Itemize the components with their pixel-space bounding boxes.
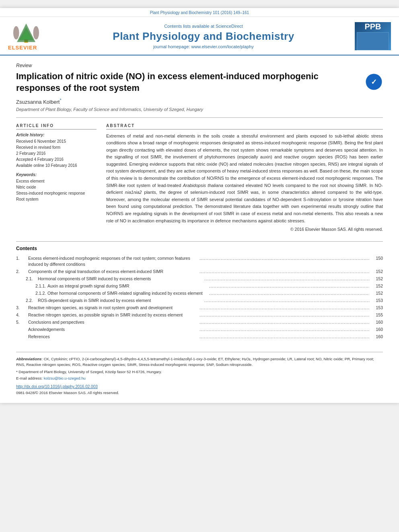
toc-num-5: 5.: [16, 319, 28, 325]
toc-dots-5: [200, 319, 369, 325]
toc-entry-3: 3. Reactive nitrogen species, as signals…: [16, 305, 383, 311]
keywords-group: Keywords: Excess element Nitric oxide St…: [16, 173, 97, 202]
abstract-col: ABSTRACT Extremes of metal and non-metal…: [106, 123, 383, 232]
journal-center: Contents lists available at ScienceDirec…: [52, 24, 355, 49]
toc-label-ack: Acknowledgements: [28, 327, 198, 333]
journal-header: ELSEVIER Contents lists available at Sci…: [0, 17, 399, 55]
toc-page-5: 160: [371, 319, 383, 325]
toc-entry-ack: Acknowledgements 160: [16, 327, 383, 333]
toc-entry-2-1-1: 2.1.1. Auxin as integral growth signal d…: [16, 283, 383, 289]
toc-dots-2-2: [204, 298, 369, 304]
article-page: Plant Physiology and Biochemistry 101 (2…: [0, 8, 399, 403]
toc-num-2-1: 2.1.: [26, 276, 38, 282]
article-title: Implication of nitric oxide (NO) in exce…: [16, 71, 346, 94]
toc-entry-1: 1. Excess element-induced morphogenic re…: [16, 255, 383, 267]
keyword-3: Stress-induced morphogenic response: [16, 190, 97, 196]
toc-entry-4: 4. Reactive nitrogen species, as possibl…: [16, 312, 383, 318]
svg-point-5: [33, 26, 39, 39]
email-label: E-mail address:: [16, 376, 44, 380]
two-col-layout: ARTICLE INFO Article history: Received 6…: [16, 123, 383, 232]
toc-num-2-1-2: 2.1.2.: [35, 290, 47, 296]
toc-page-2-2: 153: [371, 298, 383, 304]
toc-entry-2-2: 2.2. ROS-dependent signals in SIMR induc…: [16, 298, 383, 304]
issn-text: 0981-9428/© 2016 Elsevier Masson SAS. Al…: [16, 390, 383, 395]
toc-num-2: 2.: [16, 269, 28, 275]
journal-ref-text: Plant Physiology and Biochemistry 101 (2…: [150, 10, 249, 15]
available-date: Available online 10 February 2016: [16, 162, 97, 168]
toc-num-ref: [16, 334, 28, 340]
ppb-image: [357, 32, 389, 50]
toc-label-2-1: Hormonal components of SIMR induced by e…: [38, 276, 203, 282]
email-address[interactable]: kolzsu@bio.u-szeged.hu: [44, 376, 86, 380]
abstract-text: Extremes of metal and non-metal elements…: [106, 133, 383, 225]
sciencedirect-prefix: Contents lists available at: [164, 24, 216, 29]
abbreviations-label: Abbreviations: [16, 357, 41, 361]
toc-num-3: 3.: [16, 305, 28, 311]
article-info-header: ARTICLE INFO: [16, 123, 97, 129]
toc-entry-5: 5. Conclusions and perspectives 160: [16, 319, 383, 325]
keywords-label: Keywords:: [16, 173, 97, 177]
toc-num-ack: [16, 327, 28, 333]
toc-entry-2-1: 2.1. Hormonal components of SIMR induced…: [16, 276, 383, 282]
svg-point-4: [13, 26, 19, 39]
toc-page-ack: 160: [371, 327, 383, 333]
toc-dots-2-1-1: [209, 283, 369, 289]
footnote-star: * Department of Plant Biology, Universit…: [16, 370, 383, 374]
revised-date: 2 February 2016: [16, 150, 97, 156]
elsevier-tree-icon: [8, 22, 44, 44]
accepted-date: Accepted 4 February 2016: [16, 156, 97, 162]
toc-dots-ref: [200, 334, 369, 340]
toc-entry-ref: References 160: [16, 334, 383, 340]
toc-num-4: 4.: [16, 312, 28, 318]
toc-label-2-2: ROS-dependent signals in SIMR induced by…: [38, 298, 203, 304]
toc-page-2-1: 152: [371, 276, 383, 282]
abstract-header: ABSTRACT: [106, 123, 383, 129]
toc-label-2: Components of the signal transduction of…: [28, 269, 198, 275]
toc-label-ref: References: [28, 334, 198, 340]
author-name: Zsuzsanna Kolbert*: [16, 98, 383, 105]
toc-dots-3: [200, 305, 369, 311]
ppb-text: PPB: [364, 22, 381, 31]
toc-page-1: 150: [371, 255, 383, 267]
author-sup: *: [60, 98, 61, 103]
journal-homepage: journal homepage: www.elsevier.com/locat…: [52, 44, 355, 49]
toc-num-2-2: 2.2.: [26, 298, 38, 304]
toc-dots-2: [200, 269, 369, 275]
toc-num-2-1-1: 2.1.1.: [35, 283, 47, 289]
history-label: Article history:: [16, 133, 97, 137]
toc-page-3: 153: [371, 305, 383, 311]
toc-dots-ack: [200, 327, 369, 333]
footer-section: Abbreviations: CK, Cytokinin; cPTIO, 2-(…: [16, 352, 383, 395]
toc-label-1: Excess element-induced morphogenic respo…: [28, 255, 198, 267]
toc-dots-2-1-2: [209, 290, 369, 296]
sciencedirect-link-text[interactable]: ScienceDirect: [216, 24, 243, 29]
journal-ref-bar: Plant Physiology and Biochemistry 101 (2…: [0, 8, 399, 17]
keyword-1: Excess element: [16, 178, 97, 184]
abbreviations-text: Abbreviations: CK, Cytokinin; cPTIO, 2-(…: [16, 356, 383, 368]
toc-page-4: 155: [371, 312, 383, 318]
homepage-prefix: journal homepage:: [153, 44, 191, 49]
toc-dots-2-1: [204, 276, 369, 282]
toc-label-2-1-1: Auxin as integral growth signal during S…: [47, 283, 208, 289]
article-history: Article history: Received 6 November 201…: [16, 133, 97, 168]
toc-dots-1: [200, 255, 369, 267]
review-label: Review: [16, 63, 383, 68]
toc-label-3: Reactive nitrogen species, as signals in…: [28, 305, 198, 311]
received-date: Received 6 November 2015: [16, 138, 97, 144]
toc-page-2: 152: [371, 269, 383, 275]
article-title-row: Implication of nitric oxide (NO) in exce…: [16, 71, 383, 94]
toc-entry-2-1-2: 2.1.2. Other hormonal components of SIMR…: [16, 290, 383, 296]
doi-link[interactable]: http://dx.doi.org/10.1016/j.plaphy.2016.…: [16, 384, 383, 389]
toc-label-5: Conclusions and perspectives: [28, 319, 198, 325]
elsevier-logo: ELSEVIER: [8, 22, 52, 51]
homepage-link[interactable]: www.elsevier.com/locate/plaphy: [191, 44, 253, 49]
svg-text:✓: ✓: [371, 78, 377, 86]
toc-num-1: 1.: [16, 255, 28, 267]
toc-page-2-1-1: 152: [371, 283, 383, 289]
main-content: Review Implication of nitric oxide (NO) …: [0, 55, 399, 403]
ppb-logo: PPB: [355, 22, 391, 50]
keyword-4: Root system: [16, 196, 97, 202]
received-revised-label: Received in revised form: [16, 144, 97, 150]
toc-page-ref: 160: [371, 334, 383, 340]
sciencedirect-line: Contents lists available at ScienceDirec…: [52, 24, 355, 29]
